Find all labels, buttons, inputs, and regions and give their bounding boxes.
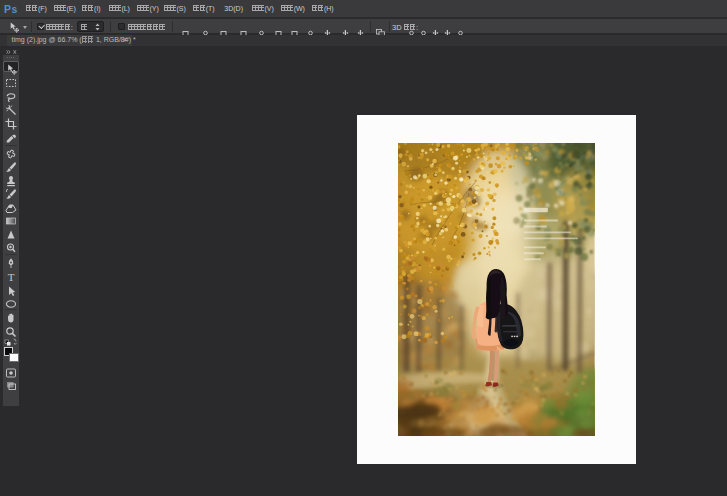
svg-text:T: T [7,271,14,283]
